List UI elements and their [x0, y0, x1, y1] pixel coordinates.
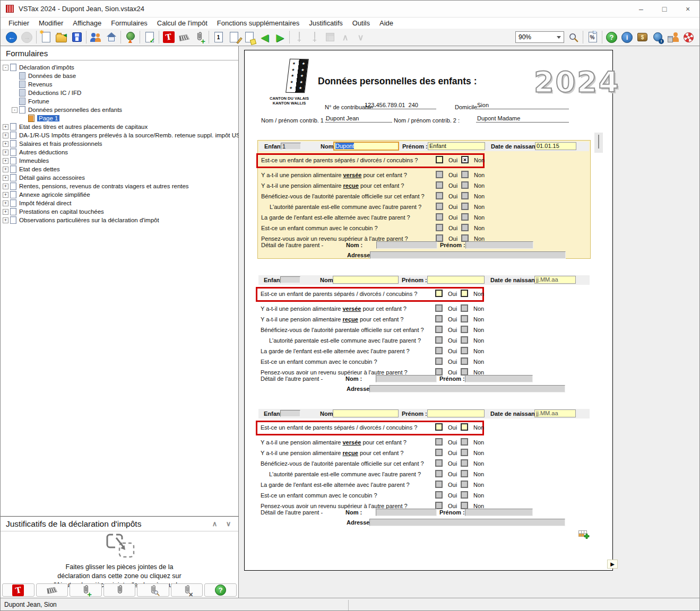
nav-next-green-button[interactable]: ▶ [272, 30, 288, 45]
oui-checkbox[interactable] [435, 491, 443, 499]
parent-lastname-input[interactable] [376, 509, 437, 516]
sidebar-item[interactable]: +Etat des dettes [1, 165, 238, 173]
info-button[interactable]: i [619, 30, 635, 45]
attach-add-button[interactable]: + [70, 583, 102, 597]
oui-checkbox[interactable] [435, 481, 443, 488]
contrib2-field[interactable]: Dupont Madame [476, 115, 569, 123]
oui-checkbox[interactable] [436, 203, 443, 210]
non-checkbox[interactable] [461, 423, 468, 431]
help-button[interactable]: ? [604, 30, 619, 45]
oui-checkbox[interactable] [435, 449, 443, 456]
table-add-button[interactable]: + [291, 30, 307, 45]
non-checkbox[interactable] [461, 459, 468, 467]
oui-checkbox[interactable] [436, 156, 443, 163]
tax-calculator-button[interactable] [666, 30, 681, 45]
expand-icon[interactable]: + [3, 141, 8, 147]
sidebar-item[interactable]: Déductions IC / IFD [1, 89, 238, 97]
expand-icon[interactable]: + [3, 209, 8, 215]
nav-back-button[interactable]: ← [4, 30, 19, 45]
taxpayer-no-field[interactable]: 123.456.789.01 240 [364, 102, 436, 109]
expand-icon[interactable]: + [3, 200, 8, 206]
non-checkbox[interactable] [461, 315, 468, 322]
oui-checkbox[interactable] [436, 181, 443, 189]
sidebar-item[interactable]: Revenus [1, 80, 238, 89]
sidebar-item[interactable]: +Prestations en capital touchées [1, 207, 238, 216]
child-firstname-input[interactable] [427, 276, 485, 284]
oui-checkbox[interactable] [435, 502, 443, 509]
oui-checkbox[interactable] [435, 438, 443, 446]
vstax-logo-button[interactable]: T [161, 30, 176, 45]
child-number-input[interactable]: 1 [281, 143, 301, 150]
menu-calcul-de-l-imp-t[interactable]: Calcul de l'impôt [152, 18, 212, 28]
address-input[interactable] [370, 251, 566, 259]
expand-icon[interactable]: + [3, 192, 8, 198]
child-firstname-input[interactable] [427, 409, 485, 417]
menu-outils[interactable]: Outils [348, 18, 375, 28]
child-birthdate-input[interactable]: 01.01.15 [535, 142, 576, 150]
parent-firstname-input[interactable] [465, 375, 533, 382]
oui-checkbox[interactable] [435, 315, 443, 322]
sidebar-item[interactable]: +Autres déductions [1, 148, 238, 156]
menu-fonctions-suppl-mentaires[interactable]: Fonctions supplémentaires [212, 18, 304, 28]
menu-formulaires[interactable]: Formulaires [106, 18, 152, 28]
close-button[interactable]: × [676, 1, 699, 17]
menu-aide[interactable]: Aide [375, 18, 398, 28]
zoom-combobox[interactable]: 90% [515, 31, 564, 43]
nav-forward-button[interactable]: → [19, 30, 34, 45]
save-button[interactable] [69, 30, 84, 45]
oui-checkbox[interactable] [435, 290, 443, 297]
non-checkbox[interactable] [461, 481, 468, 488]
nav-prev-green-button[interactable]: ◀ [257, 30, 272, 45]
sidebar-item[interactable]: +Rentes, pensions, revenus de contrats v… [1, 182, 238, 190]
child-number-input[interactable] [280, 410, 300, 417]
child-lastname-input[interactable]: Dupont [333, 142, 399, 151]
non-checkbox[interactable]: × [461, 156, 469, 163]
sidebar-item[interactable]: +Impôt fédéral direct [1, 199, 238, 207]
non-checkbox[interactable] [461, 181, 469, 189]
menu-affichage[interactable]: Affichage [68, 18, 106, 28]
expand-icon[interactable]: + [3, 158, 8, 164]
menu-justificatifs[interactable]: Justificatifs [304, 18, 348, 28]
sidebar-item[interactable]: Données de base [1, 72, 238, 80]
open-folder-button[interactable]: ◄ [54, 30, 69, 45]
new-document-button[interactable]: ✱ [38, 30, 54, 45]
child-lastname-input[interactable] [333, 276, 399, 284]
move-down-button[interactable]: ∨ [353, 30, 368, 45]
help-button[interactable]: ? [204, 583, 237, 597]
child-birthdate-input[interactable]: jj.MM.aa [534, 276, 576, 284]
non-checkbox[interactable] [461, 192, 469, 199]
sidebar-item[interactable]: Page 1 [1, 114, 238, 123]
document-percent-button[interactable]: % [585, 30, 600, 45]
child-number-input[interactable] [280, 276, 300, 283]
expand-icon[interactable]: + [3, 217, 8, 223]
address-input[interactable] [369, 385, 565, 392]
child-birthdate-input[interactable]: jj.MM.aa [534, 409, 576, 417]
non-checkbox[interactable] [461, 438, 468, 446]
taxpayers-button[interactable] [88, 30, 103, 45]
globe-upload-button[interactable]: ▲ [123, 30, 138, 45]
menu-modifier[interactable]: Modifier [34, 18, 68, 28]
expand-icon[interactable]: + [3, 167, 8, 172]
non-checkbox[interactable] [461, 357, 468, 365]
non-checkbox[interactable] [461, 213, 469, 221]
menu-fichier[interactable]: Fichier [4, 18, 34, 28]
sidebar-item[interactable]: +Immeubles [1, 156, 238, 165]
sidebar-item[interactable]: -Déclaration d'impôts [1, 63, 238, 72]
non-checkbox[interactable] [461, 171, 469, 178]
attach-search-button[interactable] [137, 583, 169, 597]
parent-lastname-input[interactable] [376, 375, 437, 382]
parent-lastname-input[interactable] [376, 241, 437, 249]
non-checkbox[interactable] [461, 347, 468, 354]
attach-button[interactable] [103, 583, 136, 597]
sidebar-item[interactable]: +Détail gains accessoires [1, 173, 238, 182]
child-firstname-input[interactable]: Enfant [428, 142, 485, 150]
parent-firstname-input[interactable] [465, 509, 533, 516]
sidebar-item[interactable]: +Annexe agricole simplifiée [1, 190, 238, 199]
non-checkbox[interactable] [461, 502, 468, 509]
sidebar-item[interactable]: +Salaires et frais professionnels [1, 139, 238, 148]
oui-checkbox[interactable] [435, 326, 443, 333]
oui-checkbox[interactable] [435, 459, 443, 467]
panel-down-button[interactable]: ∨ [222, 519, 235, 529]
home-button[interactable] [103, 30, 119, 45]
address-input[interactable] [369, 519, 565, 526]
